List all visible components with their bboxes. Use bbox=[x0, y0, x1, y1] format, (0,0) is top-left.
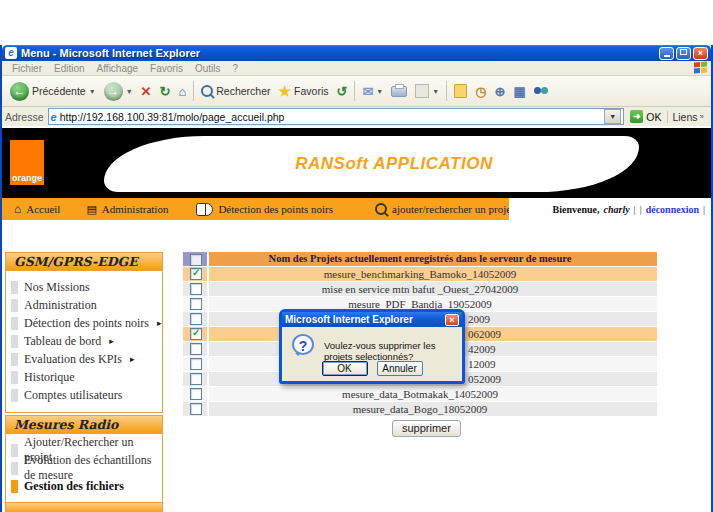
ie-icon: e bbox=[5, 47, 17, 59]
links-button[interactable]: Liens » bbox=[667, 111, 708, 123]
nav-detection-label: Détection des points noirs bbox=[218, 203, 333, 215]
menu-outils[interactable]: Outils bbox=[189, 63, 227, 74]
welcome-text: Bienvenue, bbox=[553, 204, 600, 215]
forward-button[interactable]: → ▼ bbox=[100, 78, 137, 104]
address-url: http://192.168.100.39:81/molo/page_accue… bbox=[60, 111, 285, 123]
sidebar-item-detection[interactable]: Détection des points noirs bbox=[6, 314, 162, 332]
clipboard-icon: ▤ bbox=[86, 203, 96, 216]
sidebar-item-tableau-de-bord[interactable]: Tableau de bord bbox=[6, 332, 162, 350]
main-nav: ⌂ Accueil ▤ Administration Détection des… bbox=[2, 198, 711, 220]
time-button[interactable]: ◷ bbox=[471, 78, 490, 104]
dialog-close-button[interactable]: × bbox=[445, 314, 459, 326]
research-button[interactable] bbox=[530, 78, 552, 104]
sidebar-item-label: Tableau de bord bbox=[24, 334, 101, 349]
dialog-cancel-button[interactable]: Annuler bbox=[377, 361, 423, 376]
sidebar-item-label: Nos Missions bbox=[24, 280, 90, 295]
nav-administration[interactable]: ▤ Administration bbox=[86, 203, 168, 216]
stop-button[interactable]: ✕ bbox=[137, 78, 156, 104]
menu-fichier[interactable]: Fichier bbox=[6, 63, 48, 74]
sidebar-item-historique[interactable]: Historique bbox=[6, 368, 162, 386]
app-banner: RANSoft APPLICATION orange bbox=[2, 128, 711, 198]
grid-button[interactable]: ▦ bbox=[509, 78, 529, 104]
restore-icon bbox=[680, 49, 687, 55]
sidebar-item-comptes-utilisateurs[interactable]: Comptes utilisateurs bbox=[6, 386, 162, 404]
session-area: Bienvenue, charly | | déconnexion | bbox=[509, 198, 711, 220]
back-button[interactable]: ← Précédente ▼ bbox=[6, 78, 100, 104]
toolbar: ← Précédente ▼ → ▼ ✕ ↻ ⌂ Rechercher ★ Fa… bbox=[2, 76, 711, 107]
item-marker bbox=[11, 444, 18, 457]
sidebar-item-label: Comptes utilisateurs bbox=[24, 388, 122, 403]
favorites-label: Favoris bbox=[294, 85, 328, 97]
print-button[interactable] bbox=[387, 78, 411, 104]
title-bar[interactable]: e Menu - Microsoft Internet Explorer × bbox=[2, 45, 711, 61]
separator: | bbox=[634, 204, 636, 215]
sidebar-section-mesures: Mesures Radio Ajouter/Rechercher un proj… bbox=[5, 415, 163, 504]
clock-icon: ◷ bbox=[475, 84, 486, 99]
favorites-button[interactable]: ★ Favoris bbox=[275, 78, 333, 104]
table-row[interactable]: mesure_benchmarking_Bamoko_14052009 bbox=[183, 267, 657, 281]
table-row[interactable]: mesure_data_Botmakak_14052009 bbox=[183, 387, 657, 401]
nav-detection[interactable]: Détection des points noirs bbox=[196, 203, 333, 216]
target-button[interactable]: ⊕ bbox=[491, 78, 510, 104]
nav-accueil[interactable]: ⌂ Accueil bbox=[14, 203, 60, 215]
sidebar-item-evaluation-kpis[interactable]: Evaluation des KPIs bbox=[6, 350, 162, 368]
banner-curve: RANSoft APPLICATION bbox=[104, 136, 639, 192]
table-row[interactable]: mesure_data_Bogo_18052009 bbox=[183, 402, 657, 416]
sidebar-item-administration[interactable]: Administration bbox=[6, 296, 162, 314]
mail-button[interactable]: ✉ ▼ bbox=[358, 78, 387, 104]
links-label: Liens bbox=[672, 111, 697, 123]
username: charly bbox=[604, 204, 630, 215]
minimize-button[interactable] bbox=[659, 47, 674, 60]
history-button[interactable]: ↺ bbox=[333, 78, 352, 104]
go-label: OK bbox=[646, 111, 661, 123]
orange-logo: orange bbox=[10, 140, 44, 185]
home-icon: ⌂ bbox=[14, 204, 21, 214]
windows-logo-icon bbox=[694, 62, 708, 75]
refresh-button[interactable]: ↻ bbox=[156, 78, 175, 104]
menu-aide[interactable]: ? bbox=[226, 63, 244, 74]
sidebar-item-evolution-echantillons[interactable]: Evolution des échantillons de mesure bbox=[6, 459, 162, 477]
page-icon: e bbox=[51, 111, 57, 123]
address-input[interactable]: e http://192.168.100.39:81/molo/page_acc… bbox=[48, 108, 625, 125]
messenger-button[interactable] bbox=[450, 78, 471, 104]
menu-affichage[interactable]: Affichage bbox=[91, 63, 145, 74]
forward-icon: → bbox=[104, 82, 123, 101]
stop-icon: ✕ bbox=[141, 84, 152, 99]
dialog-body: ? Voulez-vous supprimer les projets sele… bbox=[282, 327, 462, 381]
menu-favoris[interactable]: Favoris bbox=[144, 63, 189, 74]
mail-caret-icon: ▼ bbox=[376, 88, 383, 95]
edit-icon bbox=[415, 84, 429, 98]
logout-link[interactable]: déconnexion bbox=[646, 204, 699, 215]
home-button[interactable]: ⌂ bbox=[174, 78, 190, 104]
table-header-title: Nom des Projets actuellement enregistrés… bbox=[183, 252, 657, 266]
nav-administration-label: Administration bbox=[102, 203, 169, 215]
home-icon: ⌂ bbox=[178, 84, 186, 99]
item-marker bbox=[11, 317, 18, 330]
go-button[interactable]: ➜ OK bbox=[628, 110, 663, 123]
menu-edition[interactable]: Edition bbox=[48, 63, 91, 74]
binoculars-icon bbox=[534, 86, 548, 96]
back-icon: ← bbox=[10, 82, 29, 101]
sidebar-item-nos-missions[interactable]: Nos Missions bbox=[6, 278, 162, 296]
restore-button[interactable] bbox=[676, 47, 691, 60]
separator: | bbox=[640, 204, 642, 215]
search-button[interactable]: Rechercher bbox=[197, 78, 274, 104]
table-row[interactable]: mise en service mtn bafut _Ouest_2704200… bbox=[183, 282, 657, 296]
edit-caret-icon: ▼ bbox=[432, 88, 439, 95]
edit-button[interactable]: ▼ bbox=[411, 78, 443, 104]
sidebar-section-gsm: GSM/GPRS-EDGE Nos Missions Administratio… bbox=[5, 252, 163, 413]
address-dropdown-button[interactable]: ▼ bbox=[604, 109, 621, 124]
question-icon: ? bbox=[292, 334, 314, 355]
mail-icon: ✉ bbox=[362, 84, 373, 99]
supprimer-button[interactable]: supprimer bbox=[392, 420, 461, 437]
project-name: mesure_data_Bogo_18052009 bbox=[183, 402, 657, 416]
confirm-dialog: Microsoft Internet Explorer × ? Voulez-v… bbox=[279, 309, 465, 384]
minimize-icon bbox=[664, 55, 670, 57]
close-button[interactable]: × bbox=[693, 47, 708, 60]
dialog-ok-button[interactable]: OK bbox=[322, 361, 368, 376]
browser-window: e Menu - Microsoft Internet Explorer × F… bbox=[0, 45, 713, 512]
app-title: RANSoft APPLICATION bbox=[295, 154, 492, 174]
forward-caret-icon: ▼ bbox=[126, 88, 133, 95]
dialog-title-bar[interactable]: Microsoft Internet Explorer × bbox=[282, 312, 462, 327]
magnifier-icon bbox=[375, 203, 387, 215]
